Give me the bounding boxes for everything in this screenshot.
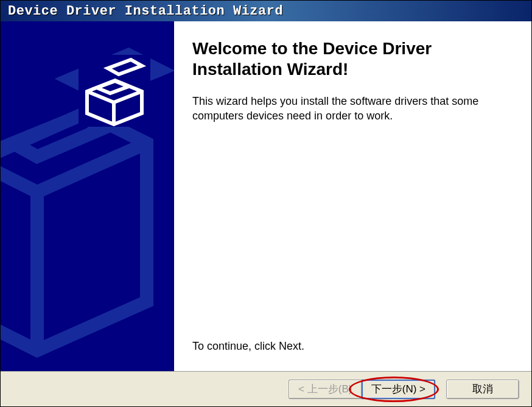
wizard-main-panel: Welcome to the Device Driver Installatio… <box>174 21 531 371</box>
back-button: < 上一步(B) <box>289 380 362 399</box>
wizard-description: This wizard helps you install the softwa… <box>192 94 507 124</box>
next-button[interactable]: 下一步(N) > <box>362 380 435 399</box>
device-box-icon <box>1 21 174 371</box>
cancel-button[interactable]: 取消 <box>446 380 519 399</box>
content-area: Welcome to the Device Driver Installatio… <box>1 21 531 371</box>
button-bar: < 上一步(B) 下一步(N) > 取消 <box>1 371 531 406</box>
wizard-window: Device Driver Installation Wizard <box>0 0 532 407</box>
window-title: Device Driver Installation Wizard <box>8 4 283 19</box>
wizard-sidebar-graphic <box>1 21 174 371</box>
titlebar[interactable]: Device Driver Installation Wizard <box>1 1 531 21</box>
nav-button-group: < 上一步(B) 下一步(N) > <box>289 380 435 399</box>
wizard-heading: Welcome to the Device Driver Installatio… <box>192 38 507 79</box>
wizard-continue-hint: To continue, click Next. <box>192 340 507 353</box>
